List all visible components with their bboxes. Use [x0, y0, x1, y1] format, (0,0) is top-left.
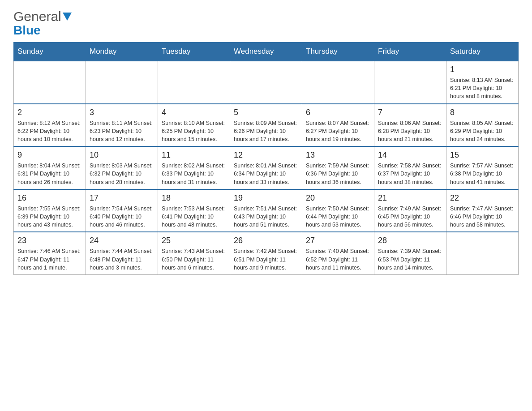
day-number: 17: [90, 193, 154, 204]
day-number: 5: [234, 107, 298, 118]
day-number: 24: [90, 235, 154, 246]
day-cell: 1Sunrise: 8:13 AM Sunset: 6:21 PM Daylig…: [446, 61, 519, 104]
day-cell: [158, 61, 230, 104]
day-cell: 18Sunrise: 7:53 AM Sunset: 6:41 PM Dayli…: [158, 189, 230, 232]
day-info: Sunrise: 8:05 AM Sunset: 6:29 PM Dayligh…: [450, 119, 515, 143]
day-number: 28: [378, 235, 442, 246]
day-info: Sunrise: 7:40 AM Sunset: 6:52 PM Dayligh…: [306, 247, 370, 271]
day-info: Sunrise: 7:55 AM Sunset: 6:39 PM Dayligh…: [17, 205, 82, 229]
day-info: Sunrise: 7:59 AM Sunset: 6:36 PM Dayligh…: [306, 162, 370, 186]
day-cell: [14, 61, 86, 104]
day-number: 21: [378, 193, 442, 204]
day-info: Sunrise: 7:39 AM Sunset: 6:53 PM Dayligh…: [378, 247, 442, 271]
day-number: 27: [306, 235, 370, 246]
day-number: 22: [450, 193, 515, 204]
weekday-header-tuesday: Tuesday: [158, 43, 230, 61]
logo-blue-text: Blue: [13, 23, 41, 38]
day-number: 7: [378, 107, 442, 118]
day-cell: 11Sunrise: 8:02 AM Sunset: 6:33 PM Dayli…: [158, 146, 230, 189]
logo: General Blue: [13, 9, 72, 38]
day-cell: [302, 61, 374, 104]
week-row-2: 2Sunrise: 8:12 AM Sunset: 6:22 PM Daylig…: [14, 104, 519, 147]
day-cell: 3Sunrise: 8:11 AM Sunset: 6:23 PM Daylig…: [86, 104, 158, 147]
day-info: Sunrise: 7:42 AM Sunset: 6:51 PM Dayligh…: [234, 247, 298, 271]
day-cell: 14Sunrise: 7:58 AM Sunset: 6:37 PM Dayli…: [374, 146, 446, 189]
day-info: Sunrise: 7:43 AM Sunset: 6:50 PM Dayligh…: [162, 247, 226, 271]
day-info: Sunrise: 7:57 AM Sunset: 6:38 PM Dayligh…: [450, 162, 515, 186]
day-cell: 5Sunrise: 8:09 AM Sunset: 6:26 PM Daylig…: [230, 104, 302, 147]
day-cell: 21Sunrise: 7:49 AM Sunset: 6:45 PM Dayli…: [374, 189, 446, 232]
day-number: 18: [162, 193, 226, 204]
day-info: Sunrise: 8:01 AM Sunset: 6:34 PM Dayligh…: [234, 162, 298, 186]
weekday-header-friday: Friday: [374, 43, 446, 61]
day-cell: 6Sunrise: 8:07 AM Sunset: 6:27 PM Daylig…: [302, 104, 374, 147]
day-cell: [230, 61, 302, 104]
page-header: General Blue: [13, 9, 519, 38]
day-number: 6: [306, 107, 370, 118]
day-cell: 25Sunrise: 7:43 AM Sunset: 6:50 PM Dayli…: [158, 232, 230, 274]
day-number: 26: [234, 235, 298, 246]
day-info: Sunrise: 8:10 AM Sunset: 6:25 PM Dayligh…: [162, 119, 226, 143]
day-cell: 19Sunrise: 7:51 AM Sunset: 6:43 PM Dayli…: [230, 189, 302, 232]
day-number: 10: [90, 150, 154, 161]
day-info: Sunrise: 7:51 AM Sunset: 6:43 PM Dayligh…: [234, 205, 298, 229]
day-cell: 27Sunrise: 7:40 AM Sunset: 6:52 PM Dayli…: [302, 232, 374, 274]
day-info: Sunrise: 8:12 AM Sunset: 6:22 PM Dayligh…: [17, 119, 82, 143]
day-info: Sunrise: 8:04 AM Sunset: 6:31 PM Dayligh…: [17, 162, 82, 186]
day-info: Sunrise: 7:47 AM Sunset: 6:46 PM Dayligh…: [450, 205, 515, 229]
day-cell: 26Sunrise: 7:42 AM Sunset: 6:51 PM Dayli…: [230, 232, 302, 274]
day-cell: 13Sunrise: 7:59 AM Sunset: 6:36 PM Dayli…: [302, 146, 374, 189]
weekday-header-wednesday: Wednesday: [230, 43, 302, 61]
day-cell: [86, 61, 158, 104]
day-info: Sunrise: 8:07 AM Sunset: 6:27 PM Dayligh…: [306, 119, 370, 143]
day-cell: [374, 61, 446, 104]
day-cell: 22Sunrise: 7:47 AM Sunset: 6:46 PM Dayli…: [446, 189, 519, 232]
day-cell: 2Sunrise: 8:12 AM Sunset: 6:22 PM Daylig…: [14, 104, 86, 147]
weekday-header-saturday: Saturday: [446, 43, 519, 61]
day-number: 13: [306, 150, 370, 161]
day-cell: 20Sunrise: 7:50 AM Sunset: 6:44 PM Dayli…: [302, 189, 374, 232]
weekday-header-sunday: Sunday: [14, 43, 86, 61]
day-info: Sunrise: 8:09 AM Sunset: 6:26 PM Dayligh…: [234, 119, 298, 143]
calendar-table: SundayMondayTuesdayWednesdayThursdayFrid…: [13, 42, 519, 275]
day-cell: 8Sunrise: 8:05 AM Sunset: 6:29 PM Daylig…: [446, 104, 519, 147]
day-number: 2: [17, 107, 82, 118]
day-number: 12: [234, 150, 298, 161]
logo-arrow-icon: [63, 13, 72, 22]
day-cell: 16Sunrise: 7:55 AM Sunset: 6:39 PM Dayli…: [14, 189, 86, 232]
svg-marker-0: [63, 13, 72, 21]
day-info: Sunrise: 7:46 AM Sunset: 6:47 PM Dayligh…: [17, 247, 82, 271]
day-info: Sunrise: 7:54 AM Sunset: 6:40 PM Dayligh…: [90, 205, 154, 229]
day-number: 4: [162, 107, 226, 118]
day-cell: 7Sunrise: 8:06 AM Sunset: 6:28 PM Daylig…: [374, 104, 446, 147]
weekday-header-row: SundayMondayTuesdayWednesdayThursdayFrid…: [14, 43, 519, 61]
day-cell: 24Sunrise: 7:44 AM Sunset: 6:48 PM Dayli…: [86, 232, 158, 274]
day-cell: 12Sunrise: 8:01 AM Sunset: 6:34 PM Dayli…: [230, 146, 302, 189]
day-number: 9: [17, 150, 82, 161]
day-info: Sunrise: 7:44 AM Sunset: 6:48 PM Dayligh…: [90, 247, 154, 271]
week-row-1: 1Sunrise: 8:13 AM Sunset: 6:21 PM Daylig…: [14, 61, 519, 104]
day-cell: 4Sunrise: 8:10 AM Sunset: 6:25 PM Daylig…: [158, 104, 230, 147]
day-info: Sunrise: 8:02 AM Sunset: 6:33 PM Dayligh…: [162, 162, 226, 186]
day-info: Sunrise: 7:53 AM Sunset: 6:41 PM Dayligh…: [162, 205, 226, 229]
day-cell: 15Sunrise: 7:57 AM Sunset: 6:38 PM Dayli…: [446, 146, 519, 189]
day-number: 8: [450, 107, 515, 118]
day-info: Sunrise: 7:49 AM Sunset: 6:45 PM Dayligh…: [378, 205, 442, 229]
day-number: 16: [17, 193, 82, 204]
day-cell: 9Sunrise: 8:04 AM Sunset: 6:31 PM Daylig…: [14, 146, 86, 189]
weekday-header-thursday: Thursday: [302, 43, 374, 61]
day-number: 14: [378, 150, 442, 161]
day-number: 15: [450, 150, 515, 161]
day-info: Sunrise: 7:50 AM Sunset: 6:44 PM Dayligh…: [306, 205, 370, 229]
day-cell: 23Sunrise: 7:46 AM Sunset: 6:47 PM Dayli…: [14, 232, 86, 274]
weekday-header-monday: Monday: [86, 43, 158, 61]
day-info: Sunrise: 8:03 AM Sunset: 6:32 PM Dayligh…: [90, 162, 154, 186]
day-cell: 28Sunrise: 7:39 AM Sunset: 6:53 PM Dayli…: [374, 232, 446, 274]
day-number: 20: [306, 193, 370, 204]
day-info: Sunrise: 8:06 AM Sunset: 6:28 PM Dayligh…: [378, 119, 442, 143]
day-cell: [446, 232, 519, 274]
day-cell: 10Sunrise: 8:03 AM Sunset: 6:32 PM Dayli…: [86, 146, 158, 189]
day-number: 11: [162, 150, 226, 161]
day-number: 19: [234, 193, 298, 204]
day-number: 1: [450, 64, 515, 75]
